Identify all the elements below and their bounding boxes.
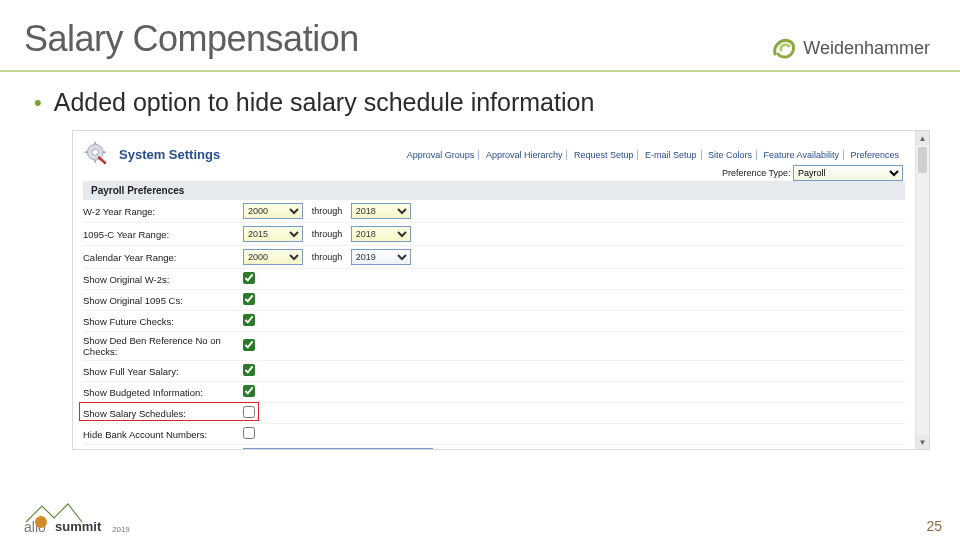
cal-to-select[interactable]: 2019 [351, 249, 411, 265]
label-1095c-range: 1095-C Year Range: [83, 223, 243, 246]
svg-point-1 [92, 149, 98, 155]
section-header: Payroll Preferences [83, 181, 905, 200]
page-title: Salary Compensation [24, 18, 359, 60]
alio-summit-logo: alio summit 2019 [24, 498, 144, 534]
brand-text: Weidenhammer [803, 38, 930, 59]
label-fte-display-format: FTE Display Format: [83, 445, 243, 451]
show-salary-schedules-checkbox[interactable] [243, 406, 255, 418]
brand-mark: Weidenhammer [771, 36, 930, 60]
tab-approval-hierarchy[interactable]: Approval Hierarchy [482, 150, 568, 160]
through-text: through [306, 206, 349, 216]
tab-site-colors[interactable]: Site Colors [704, 150, 757, 160]
tab-email-setup[interactable]: E-mail Setup [641, 150, 702, 160]
w2-from-select[interactable]: 2000 [243, 203, 303, 219]
title-divider [0, 70, 960, 72]
settings-screenshot: ▲ ▼ System Settings Approval Groups [72, 130, 930, 450]
label-show-future-checks: Show Future Checks: [83, 311, 243, 332]
preferences-table: W-2 Year Range: 2000 through 2018 1095-C… [83, 200, 905, 450]
preference-type-select[interactable]: Payroll [793, 165, 903, 181]
tab-approval-groups[interactable]: Approval Groups [403, 150, 480, 160]
fte-display-format-select[interactable]: Whole Number [243, 448, 433, 450]
show-dedben-ref-checkbox[interactable] [243, 339, 255, 351]
scroll-thumb[interactable] [918, 147, 927, 173]
scroll-up-icon[interactable]: ▲ [916, 131, 929, 145]
label-show-budgeted-info: Show Budgeted Information: [83, 382, 243, 403]
bullet-item: • Added option to hide salary schedule i… [34, 88, 930, 118]
tab-feature-availability[interactable]: Feature Availability [760, 150, 844, 160]
through-text: through [306, 229, 349, 239]
label-w2-range: W-2 Year Range: [83, 200, 243, 223]
scroll-down-icon[interactable]: ▼ [916, 435, 929, 449]
label-hide-bank-account: Hide Bank Account Numbers: [83, 424, 243, 445]
show-budgeted-info-checkbox[interactable] [243, 385, 255, 397]
svg-point-8 [35, 516, 47, 528]
preference-type-label: Preference Type: [722, 168, 790, 178]
label-show-original-w2: Show Original W-2s: [83, 269, 243, 290]
show-full-year-salary-checkbox[interactable] [243, 364, 255, 376]
page-number: 25 [926, 518, 942, 534]
c1095-to-select[interactable]: 2018 [351, 226, 411, 242]
label-show-full-year-salary: Show Full Year Salary: [83, 361, 243, 382]
weidenhammer-logo-icon [771, 36, 797, 60]
show-original-1095c-checkbox[interactable] [243, 293, 255, 305]
label-show-original-1095c: Show Original 1095 Cs: [83, 290, 243, 311]
label-calendar-range: Calendar Year Range: [83, 246, 243, 269]
cal-from-select[interactable]: 2000 [243, 249, 303, 265]
tab-request-setup[interactable]: Request Setup [570, 150, 639, 160]
bullet-text: Added option to hide salary schedule inf… [54, 88, 595, 117]
w2-to-select[interactable]: 2018 [351, 203, 411, 219]
scrollbar[interactable]: ▲ ▼ [915, 131, 929, 449]
svg-text:summit: summit [55, 519, 102, 534]
tab-preferences[interactable]: Preferences [846, 150, 903, 160]
through-text: through [306, 252, 349, 262]
settings-title: System Settings [119, 147, 220, 162]
bullet-dot-icon: • [34, 88, 42, 118]
gear-icon [83, 140, 111, 168]
svg-text:2019: 2019 [112, 525, 130, 534]
label-show-dedben-ref: Show Ded Ben Reference No on Checks: [83, 332, 243, 361]
show-original-w2-checkbox[interactable] [243, 272, 255, 284]
settings-tabs: Approval Groups Approval Hierarchy Reque… [403, 149, 903, 162]
show-future-checks-checkbox[interactable] [243, 314, 255, 326]
label-show-salary-schedules: Show Salary Schedules: [83, 403, 243, 424]
hide-bank-account-checkbox[interactable] [243, 427, 255, 439]
c1095-from-select[interactable]: 2015 [243, 226, 303, 242]
